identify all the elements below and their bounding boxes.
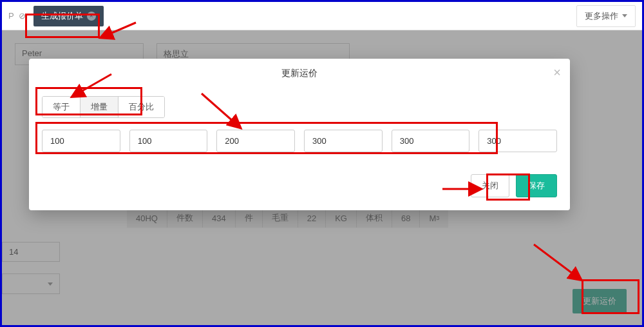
mode-tab-percent[interactable]: 百分比 [118, 97, 164, 117]
modal-title: 更新运价 [39, 68, 560, 79]
modal-close-footer-button[interactable]: 关闭 [471, 174, 509, 197]
mode-tab-equal[interactable]: 等于 [43, 97, 80, 117]
value-input-1[interactable] [42, 130, 120, 152]
value-input-3[interactable] [216, 130, 295, 152]
update-freight-modal: 更新运价 × 等于 增量 百分比 关闭 保存 [29, 59, 570, 210]
value-input-2[interactable] [129, 130, 208, 152]
value-input-6[interactable] [478, 130, 557, 152]
breadcrumb-fragment: P ⊘ [8, 11, 26, 21]
modal-save-button[interactable]: 保存 [516, 174, 557, 197]
tab-generate-quote[interactable]: 生成报价单 × [33, 6, 104, 26]
close-icon[interactable]: × [87, 12, 96, 21]
more-actions-button[interactable]: 更多操作 [576, 5, 636, 27]
tab-label: 生成报价单 [41, 10, 83, 22]
value-input-5[interactable] [392, 130, 470, 152]
more-actions-label: 更多操作 [585, 10, 618, 22]
modal-close-button[interactable]: × [553, 65, 561, 80]
value-input-4[interactable] [304, 130, 383, 152]
mode-tabs: 等于 增量 百分比 [42, 96, 165, 118]
chevron-down-icon [622, 14, 627, 17]
value-inputs-row [42, 130, 557, 152]
mode-tab-increment[interactable]: 增量 [80, 97, 118, 117]
